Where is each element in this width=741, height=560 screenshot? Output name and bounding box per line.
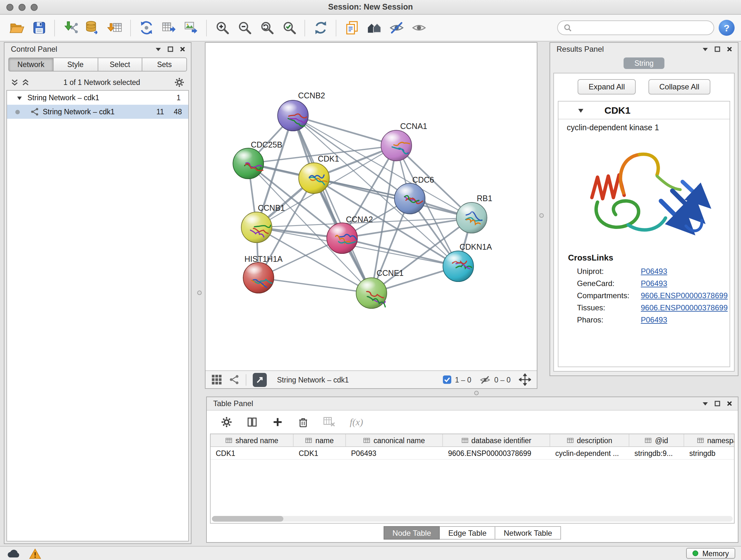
scrollbar-thumb[interactable] — [212, 516, 283, 522]
network-overview-button[interactable] — [365, 19, 383, 37]
hidden-eye-slash-icon[interactable] — [480, 374, 491, 385]
import-network-from-database-button[interactable] — [84, 19, 102, 37]
table-cell: stringdb — [684, 447, 735, 459]
protein-section-header[interactable]: CDK1 — [558, 102, 730, 119]
copy-document-button[interactable] — [343, 19, 360, 37]
panel-menu-icon[interactable] — [702, 400, 709, 407]
column-header-database-identifier[interactable]: database identifier — [443, 434, 550, 446]
search-input[interactable] — [575, 24, 708, 32]
tab-select[interactable]: Select — [98, 57, 143, 71]
zoom-out-button[interactable] — [235, 19, 253, 37]
memory-button[interactable]: Memory — [686, 548, 735, 559]
expand-triangle-icon[interactable] — [17, 95, 22, 101]
table-row[interactable]: CDK1CDK1P064939606.ENSP00000378699cyclin… — [211, 447, 734, 460]
panel-close-icon[interactable] — [726, 46, 733, 52]
import-table-button[interactable] — [106, 19, 124, 37]
toolbar-separator — [206, 19, 207, 36]
crosslink-link[interactable]: P06493 — [641, 315, 667, 324]
collapse-triangle-icon[interactable] — [578, 107, 584, 113]
crosslink-link[interactable]: P06493 — [641, 279, 667, 288]
hide-selected-button[interactable] — [387, 19, 405, 37]
column-header--id[interactable]: @id — [629, 434, 684, 446]
open-folder-icon — [9, 20, 24, 36]
zoom-in-button[interactable] — [213, 19, 231, 37]
node-gloss-highlight — [383, 132, 401, 142]
zoom-selected-button[interactable] — [280, 19, 298, 37]
show-columns-button[interactable] — [246, 416, 258, 428]
column-header-description[interactable]: description — [550, 434, 629, 446]
column-header-namespac[interactable]: namespac — [684, 434, 735, 446]
crosslink-label: GeneCard: — [577, 279, 641, 288]
hidden-counts: 0 – 0 — [494, 376, 511, 383]
tab-edge-table[interactable]: Edge Table — [440, 526, 495, 540]
panel-close-icon[interactable] — [179, 46, 186, 52]
crosslinks-rows: Uniprot:P06493GeneCard:P06493Compartment… — [558, 265, 730, 326]
function-builder-button[interactable]: f(x) — [350, 417, 363, 428]
tab-sets[interactable]: Sets — [143, 57, 187, 71]
panel-float-icon[interactable] — [714, 46, 721, 52]
cloud-status-button[interactable] — [6, 548, 21, 559]
selected-checkbox-icon[interactable] — [442, 375, 452, 384]
tab-style[interactable]: Style — [54, 57, 98, 71]
delete-column-button[interactable] — [297, 416, 309, 428]
help-button[interactable]: ? — [719, 20, 735, 36]
panel-close-icon[interactable] — [726, 400, 733, 407]
crosslinks-title: CrossLinks — [558, 252, 730, 265]
open-in-window-button[interactable] — [253, 373, 267, 387]
splitter-handle-bottom[interactable] — [474, 391, 479, 395]
tab-network-table[interactable]: Network Table — [495, 526, 561, 540]
network-node-label: RB1 — [477, 194, 492, 203]
network-row-selected[interactable]: String Network – cdk1 11 48 — [7, 105, 188, 119]
column-header-canonical-name[interactable]: canonical name — [346, 434, 443, 446]
network-node-CCNB2[interactable]: CCNB2 — [278, 91, 325, 131]
collapse-all-button[interactable]: Collapse All — [649, 79, 710, 95]
network-node-CDKN1A[interactable]: CDKN1A — [443, 242, 492, 282]
expand-all-icon[interactable] — [22, 78, 29, 86]
tab-node-table[interactable]: Node Table — [384, 526, 440, 540]
column-header-name[interactable]: name — [293, 434, 346, 446]
table-cell: stringdb:9... — [629, 447, 684, 459]
panel-float-icon[interactable] — [714, 400, 721, 407]
network-canvas[interactable]: CCNB2CCNA1CDC25BCDK1CDC6RB1CCNB1CCNA2CDK… — [205, 43, 537, 370]
network-node-HIST1H1A[interactable]: HIST1H1A — [243, 254, 283, 293]
export-table-button[interactable] — [159, 19, 178, 37]
node-gloss-highlight — [458, 204, 476, 214]
gear-icon[interactable] — [174, 77, 185, 87]
tab-network[interactable]: Network — [8, 57, 54, 71]
network-node-RB1[interactable]: RB1 — [456, 194, 492, 233]
zoom-fit-button[interactable] — [258, 19, 276, 37]
network-node-CCNA1[interactable]: CCNA1 — [381, 122, 427, 161]
delete-table-button[interactable] — [323, 416, 336, 428]
network-collection-row[interactable]: String Network – cdk1 1 — [7, 91, 188, 105]
grid-view-icon[interactable] — [211, 374, 222, 385]
collapse-all-icon[interactable] — [11, 78, 18, 86]
save-session-button[interactable] — [30, 19, 48, 37]
splitter-handle-right[interactable] — [539, 213, 544, 218]
panel-menu-icon[interactable] — [702, 46, 709, 52]
crosslink-link[interactable]: 9606.ENSP00000378699 — [641, 291, 728, 300]
export-image-button[interactable] — [182, 19, 200, 37]
collection-name: String Network – cdk1 — [27, 94, 161, 102]
splitter-handle-left[interactable] — [197, 291, 202, 295]
tab-string[interactable]: String — [623, 57, 664, 69]
panel-menu-icon[interactable] — [155, 46, 161, 52]
expand-all-button[interactable]: Expand All — [578, 79, 636, 95]
panel-float-icon[interactable] — [167, 46, 174, 52]
warnings-button[interactable] — [29, 548, 42, 559]
apply-layout-button[interactable] — [312, 19, 329, 37]
network-node-CCNB1[interactable]: CCNB1 — [241, 203, 285, 243]
table-horizontal-scrollbar[interactable] — [212, 516, 733, 522]
import-network-from-file-button[interactable] — [61, 19, 79, 37]
add-column-button[interactable] — [272, 416, 283, 428]
show-all-button[interactable] — [410, 19, 428, 37]
crosslink-link[interactable]: P06493 — [641, 266, 667, 275]
crosshair-move-icon[interactable] — [519, 374, 531, 386]
network-node-CDK1[interactable]: CDK1 — [299, 154, 339, 193]
table-settings-button[interactable] — [221, 416, 232, 428]
network-share-icon[interactable] — [228, 374, 239, 385]
toolbar-separator — [336, 19, 336, 36]
export-network-button[interactable] — [137, 19, 155, 37]
open-session-button[interactable] — [8, 19, 25, 37]
crosslink-link[interactable]: 9606.ENSP00000378699 — [641, 303, 728, 312]
column-header-shared-name[interactable]: shared name — [211, 434, 293, 446]
